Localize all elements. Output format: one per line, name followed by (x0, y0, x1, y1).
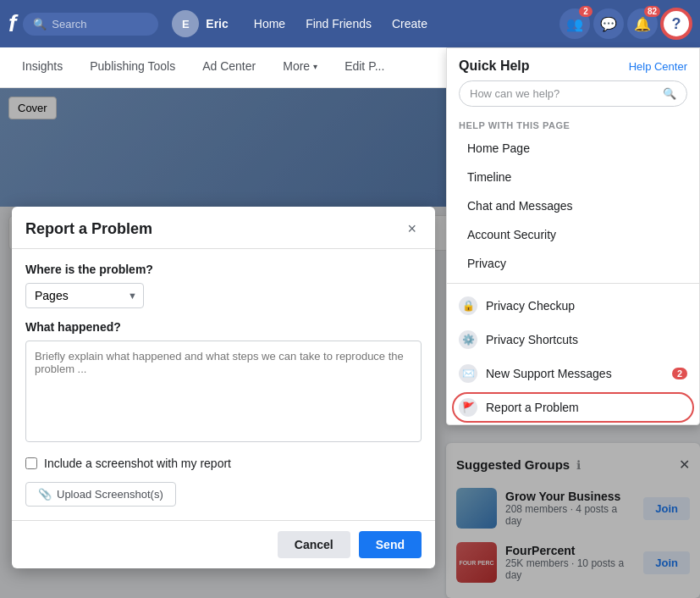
nav-insights[interactable]: Insights (8, 47, 76, 88)
quick-help-search-input[interactable] (470, 87, 658, 100)
where-select[interactable]: Pages Timeline Home Messages Other (25, 283, 144, 308)
search-bar[interactable]: 🔍 (23, 13, 158, 36)
nav-user-section: E Eric (172, 10, 228, 37)
flag-icon: 🚩 (459, 398, 477, 417)
help-center-link[interactable]: Help Center (629, 60, 687, 73)
nav-find-friends[interactable]: Find Friends (297, 12, 380, 36)
help-timeline[interactable]: Timeline (447, 163, 699, 191)
avatar[interactable]: E (172, 10, 199, 37)
help-divider (447, 283, 699, 284)
nav-username: Eric (206, 17, 228, 30)
lock-icon: 🔒 (459, 296, 477, 315)
nav-edit[interactable]: Edit P... (331, 47, 398, 88)
envelope-icon: ✉️ (459, 364, 477, 383)
send-button[interactable]: Send (359, 531, 422, 558)
modal-footer: Cancel Send (12, 520, 435, 568)
help-home-page[interactable]: Home Page (447, 134, 699, 163)
screenshot-checkbox[interactable] (25, 457, 37, 469)
fb-logo: f (8, 10, 16, 37)
gear-icon: ⚙️ (459, 330, 477, 349)
help-icon: ? (672, 15, 681, 33)
report-problem-item[interactable]: 🚩 Report a Problem (447, 390, 699, 424)
quick-help-search[interactable]: 🔍 (459, 80, 687, 107)
where-label: Where is the problem? (25, 263, 422, 276)
modal-close-button[interactable]: × (402, 219, 422, 240)
quick-help-header: Quick Help Help Center (447, 48, 699, 80)
new-support-messages-item[interactable]: ✉️ New Support Messages 2 (447, 357, 699, 390)
upload-screenshot-button[interactable]: 📎 Upload Screenshot(s) (25, 482, 176, 507)
notifications-icon-btn[interactable]: 🔔 82 (627, 8, 658, 39)
modal-body: Where is the problem? Pages Timeline Hom… (12, 249, 435, 520)
more-arrow-icon: ▾ (313, 62, 317, 71)
friends-icon: 👥 (566, 16, 583, 32)
nav-create[interactable]: Create (383, 12, 436, 36)
nav-ad-center[interactable]: Ad Center (189, 47, 269, 88)
nav-publishing-tools[interactable]: Publishing Tools (76, 47, 189, 88)
friends-icon-btn[interactable]: 👥 2 (559, 8, 590, 39)
help-chat-messages[interactable]: Chat and Messages (447, 191, 699, 220)
notifications-badge: 82 (644, 6, 660, 17)
quick-help-search-icon: 🔍 (663, 87, 676, 100)
paperclip-icon: 📎 (38, 488, 52, 501)
modal-title: Report a Problem (25, 220, 152, 238)
problem-description-textarea[interactable] (25, 341, 422, 442)
nav-links: Home Find Friends Create (245, 12, 436, 36)
nav-icon-buttons: 👥 2 💬 🔔 82 ? (559, 8, 692, 39)
search-input[interactable] (52, 18, 153, 30)
messages-icon-btn[interactable]: 💬 (593, 8, 624, 39)
help-section-label: HELP WITH THIS PAGE (447, 115, 699, 134)
search-icon: 🔍 (33, 18, 47, 30)
privacy-shortcuts-item[interactable]: ⚙️ Privacy Shortcuts (447, 323, 699, 357)
support-messages-badge: 2 (672, 368, 687, 379)
help-account-security[interactable]: Account Security (447, 220, 699, 249)
screenshot-checkbox-row: Include a screenshot with my report (25, 457, 422, 470)
friends-badge: 2 (579, 6, 593, 17)
quick-help-panel: Quick Help Help Center 🔍 HELP WITH THIS … (446, 47, 700, 425)
quick-help-title: Quick Help (459, 58, 530, 74)
messages-icon: 💬 (600, 16, 617, 32)
nav-more[interactable]: More ▾ (269, 47, 331, 88)
where-select-wrapper: Pages Timeline Home Messages Other ▼ (25, 283, 144, 308)
modal-header: Report a Problem × (12, 207, 435, 249)
what-label: What happened? (25, 320, 422, 334)
cancel-button[interactable]: Cancel (278, 531, 350, 558)
notifications-icon: 🔔 (634, 16, 651, 32)
report-problem-modal: Report a Problem × Where is the problem?… (12, 207, 435, 568)
nav-home[interactable]: Home (245, 12, 294, 36)
screenshot-checkbox-label: Include a screenshot with my report (44, 457, 231, 470)
privacy-checkup-item[interactable]: 🔒 Privacy Checkup (447, 289, 699, 323)
top-navbar: f 🔍 E Eric Home Find Friends Create 👥 2 … (0, 0, 700, 47)
help-privacy[interactable]: Privacy (447, 249, 699, 278)
help-icon-btn[interactable]: ? (661, 8, 692, 39)
